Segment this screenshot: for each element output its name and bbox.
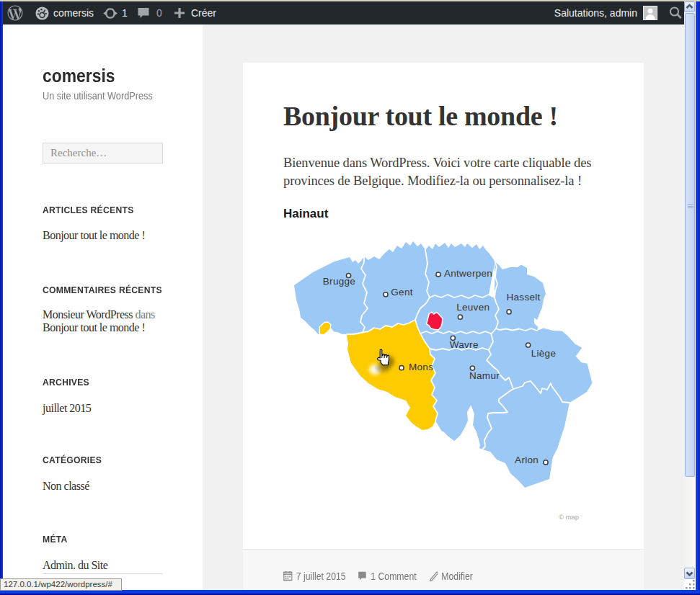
svg-text:© map: © map	[559, 513, 579, 521]
svg-text:Arlon: Arlon	[515, 455, 539, 465]
svg-text:Antwerpen: Antwerpen	[444, 268, 492, 279]
svg-text:Brugge: Brugge	[323, 276, 355, 287]
svg-text:Liège: Liège	[531, 348, 557, 359]
svg-text:Wavre: Wavre	[450, 339, 479, 350]
svg-text:Namur: Namur	[469, 370, 500, 381]
svg-text:Hasselt: Hasselt	[507, 292, 541, 303]
svg-text:Leuven: Leuven	[456, 302, 489, 313]
svg-text:Mons: Mons	[409, 362, 433, 372]
svg-text:Gent: Gent	[391, 287, 412, 298]
